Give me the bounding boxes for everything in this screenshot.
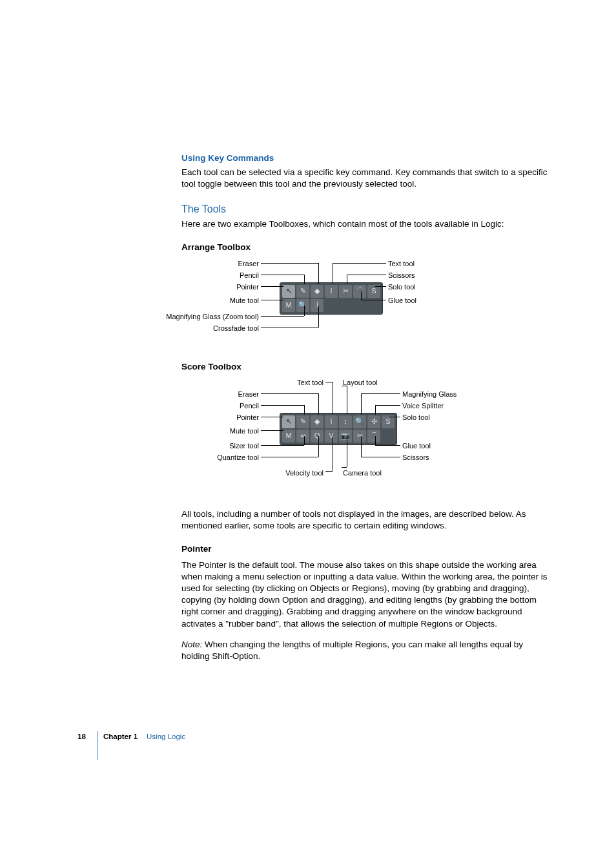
text-tool-icon[interactable]: I bbox=[325, 415, 338, 428]
solo-tool-icon[interactable]: S bbox=[367, 285, 380, 298]
leader-line bbox=[361, 393, 400, 394]
label-solo: Solo tool bbox=[402, 413, 430, 422]
camera-tool-icon[interactable]: 📷 bbox=[339, 430, 352, 443]
empty-cell bbox=[382, 430, 395, 443]
voice-splitter-icon[interactable]: ✣ bbox=[367, 415, 380, 428]
label-quantize: Quantize tool bbox=[181, 453, 259, 463]
text-tool-icon[interactable]: I bbox=[325, 285, 338, 298]
arrange-toolbox: ↖ ✎ ◆ I ✂ ⌒ S M 🔍 ⌇ bbox=[280, 282, 383, 315]
velocity-tool-icon[interactable]: V bbox=[325, 430, 338, 443]
glue-tool-icon[interactable]: ⌒ bbox=[353, 285, 366, 298]
leader-line bbox=[342, 467, 347, 468]
pencil-tool-icon[interactable]: ✎ bbox=[296, 285, 309, 298]
leader-line bbox=[261, 263, 318, 264]
leader-line bbox=[261, 445, 304, 446]
leader-line bbox=[361, 436, 362, 457]
score-toolbox-diagram: ↖ ✎ ◆ I ↕ 🔍 ✣ S M ⇔ Q V 📷 ✂ ⌒ bbox=[181, 378, 549, 494]
leader-line bbox=[261, 393, 318, 394]
solo-tool-icon[interactable]: S bbox=[382, 415, 395, 428]
leader-line bbox=[389, 417, 400, 417]
leader-line bbox=[304, 306, 305, 316]
eraser-tool-icon[interactable]: ◆ bbox=[311, 415, 323, 428]
label-eraser: Eraser bbox=[181, 259, 259, 269]
heading-tools: The Tools bbox=[181, 202, 549, 216]
label-velocity: Velocity tool bbox=[265, 468, 323, 478]
page-number: 18 bbox=[77, 732, 103, 742]
label-pointer: Pointer bbox=[181, 413, 259, 422]
leader-line bbox=[261, 286, 283, 287]
label-mute: Mute tool bbox=[181, 426, 259, 436]
empty-cell bbox=[325, 299, 338, 312]
label-glue: Glue tool bbox=[402, 441, 431, 451]
mute-tool-icon[interactable]: M bbox=[282, 299, 295, 312]
mute-tool-icon[interactable]: M bbox=[282, 430, 295, 443]
leader-line bbox=[347, 437, 347, 467]
leader-line bbox=[261, 405, 304, 406]
leader-line bbox=[375, 405, 376, 415]
para-note: Note: When changing the lengths of multi… bbox=[181, 639, 549, 662]
leader-line bbox=[261, 300, 283, 300]
pointer-tool-icon[interactable]: ↖ bbox=[282, 415, 295, 428]
scissors-tool-icon[interactable]: ✂ bbox=[339, 285, 352, 298]
note-label: Note: bbox=[181, 640, 202, 649]
leader-line bbox=[304, 405, 305, 415]
scissors-tool-icon[interactable]: ✂ bbox=[353, 430, 366, 443]
pencil-tool-icon[interactable]: ✎ bbox=[296, 415, 309, 428]
leader-line bbox=[347, 275, 347, 284]
crossfade-tool-icon[interactable]: ⌇ bbox=[311, 299, 323, 312]
label-mute: Mute tool bbox=[181, 296, 259, 306]
label-scissors: Scissors bbox=[402, 453, 429, 463]
leader-line bbox=[375, 445, 400, 446]
leader-line bbox=[375, 405, 400, 406]
leader-line bbox=[333, 382, 333, 414]
para-pointer: The Pointer is the default tool. The mou… bbox=[181, 559, 549, 630]
label-solo: Solo tool bbox=[388, 282, 416, 292]
label-pointer: Pointer bbox=[181, 282, 259, 292]
leader-line bbox=[261, 328, 318, 328]
empty-cell bbox=[339, 299, 352, 312]
leader-line bbox=[261, 457, 318, 457]
label-magnifying: Magnifying Glass bbox=[402, 390, 457, 399]
leader-line bbox=[261, 430, 283, 431]
leader-line bbox=[361, 393, 362, 415]
glue-tool-icon[interactable]: ⌒ bbox=[367, 430, 380, 443]
leader-line bbox=[318, 393, 319, 415]
label-eraser: Eraser bbox=[181, 390, 259, 399]
sizer-tool-icon[interactable]: ⇔ bbox=[296, 430, 309, 443]
zoom-tool-icon[interactable]: 🔍 bbox=[353, 415, 366, 428]
page-footer: 18 Chapter 1 Using Logic bbox=[77, 732, 549, 742]
leader-line bbox=[375, 286, 386, 287]
leader-line bbox=[375, 436, 376, 445]
label-sizer: Sizer tool bbox=[181, 441, 259, 451]
label-camera: Camera tool bbox=[343, 468, 382, 478]
heading-arrange-toolbox: Arrange Toolbox bbox=[181, 242, 549, 253]
leader-line bbox=[333, 263, 333, 284]
label-pencil: Pencil bbox=[181, 401, 259, 411]
label-text-tool: Text tool bbox=[388, 259, 415, 269]
leader-line bbox=[318, 306, 319, 328]
empty-cell bbox=[353, 299, 366, 312]
leader-line bbox=[261, 275, 304, 275]
empty-cell bbox=[367, 299, 380, 312]
zoom-tool-icon[interactable]: 🔍 bbox=[296, 299, 309, 312]
para-all-tools: All tools, including a number of tools n… bbox=[181, 508, 549, 532]
eraser-tool-icon[interactable]: ◆ bbox=[311, 285, 323, 298]
leader-line bbox=[361, 300, 386, 300]
layout-tool-icon[interactable]: ↕ bbox=[339, 415, 352, 428]
quantize-tool-icon[interactable]: Q bbox=[311, 430, 323, 443]
arrange-toolbox-diagram: ↖ ✎ ◆ I ✂ ⌒ S M 🔍 ⌇ bbox=[181, 259, 549, 349]
pointer-tool-icon[interactable]: ↖ bbox=[282, 285, 295, 298]
label-text-tool: Text tool bbox=[272, 378, 323, 388]
leader-line bbox=[347, 386, 347, 414]
label-zoom: Magnifying Glass (Zoom tool) bbox=[162, 312, 259, 322]
para-tools-intro: Here are two example Toolboxes, which co… bbox=[181, 218, 549, 230]
leader-line bbox=[304, 275, 305, 284]
para-key-commands: Each tool can be selected via a specific… bbox=[181, 167, 549, 190]
label-voice-splitter: Voice Splitter bbox=[402, 401, 444, 411]
label-crossfade: Crossfade tool bbox=[181, 324, 259, 333]
heading-pointer: Pointer bbox=[181, 543, 549, 555]
leader-line bbox=[333, 263, 386, 264]
score-toolbox: ↖ ✎ ◆ I ↕ 🔍 ✣ S M ⇔ Q V 📷 ✂ ⌒ bbox=[280, 413, 397, 445]
label-scissors: Scissors bbox=[388, 271, 415, 280]
label-glue: Glue tool bbox=[388, 296, 416, 306]
